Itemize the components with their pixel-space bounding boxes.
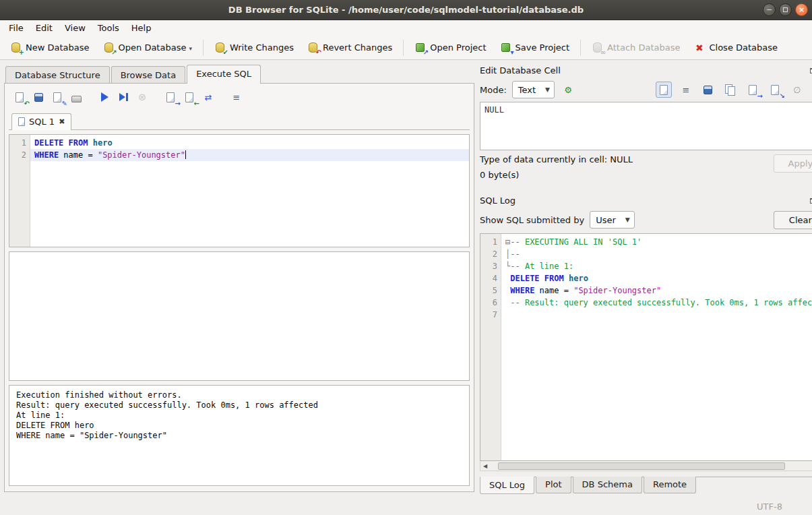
menu-edit[interactable]: Edit <box>30 21 59 35</box>
execution-messages: Execution finished without errors. Resul… <box>9 386 469 446</box>
sql-log-title: SQL Log <box>480 195 810 206</box>
main-content: Database Structure Browse Data Execute S… <box>0 60 812 497</box>
editor-code[interactable]: DELETE FROM heroWHERE name = "Spider-You… <box>30 135 469 247</box>
submitted-by-combo[interactable]: User ▼ <box>590 211 635 229</box>
open-project-icon: ↗ <box>414 42 426 53</box>
save-sql-icon[interactable] <box>30 89 46 105</box>
log-line-numbers: 1234567 <box>480 234 501 460</box>
sql-editor[interactable]: 12 DELETE FROM heroWHERE name = "Spider-… <box>9 134 470 247</box>
new-database-button[interactable]: + New Database <box>4 38 96 57</box>
cell-toolbar: ≡ → ↘ ∅ <box>656 82 812 98</box>
sql-file-icon <box>18 117 25 126</box>
text-document-icon[interactable] <box>656 82 672 98</box>
auto-mode-gear-icon[interactable]: ⚙ <box>560 82 576 98</box>
status-bar: UTF-8 <box>0 497 812 515</box>
cell-size-info: 0 byte(s) <box>480 170 774 180</box>
export-icon[interactable]: → <box>162 89 179 105</box>
clear-log-button[interactable]: Clear <box>774 211 812 229</box>
mode-value: Text <box>518 85 536 95</box>
open-project-button[interactable]: ↗ Open Project <box>408 38 492 57</box>
results-grid[interactable] <box>9 251 470 381</box>
copy-cell-icon[interactable] <box>722 82 739 98</box>
window-title: DB Browser for SQLite - /home/user/code/… <box>0 5 812 15</box>
main-toolbar: + New Database ↗ Open Database ▾ ✔ Write… <box>0 36 812 60</box>
tab-browse-data[interactable]: Browse Data <box>111 66 186 84</box>
execute-sql-panel: ↶ ✎ ⊗ → ← ⇄ ≡ SQL 1 <box>4 83 474 492</box>
print-icon[interactable] <box>68 89 84 105</box>
maximize-button[interactable] <box>779 3 792 16</box>
log-horizontal-scrollbar[interactable]: ◀ ▶ <box>480 461 812 471</box>
editor-line-numbers: 12 <box>9 135 30 247</box>
sql-tab-close-icon[interactable]: ✖ <box>59 117 65 126</box>
sql-log-filter-row: Show SQL submitted by User ▼ Clear <box>480 208 812 232</box>
set-null-icon: ∅ <box>789 82 805 98</box>
tab-sql-log[interactable]: SQL Log <box>480 477 534 494</box>
import-icon[interactable]: ← <box>181 89 197 105</box>
sql-toolbar: ↶ ✎ ⊗ → ← ⇄ ≡ <box>9 88 470 107</box>
revert-changes-button[interactable]: ↶ Revert Changes <box>301 38 398 57</box>
menu-file[interactable]: File <box>3 21 30 35</box>
stop-icon: ⊗ <box>134 89 150 105</box>
word-wrap-icon[interactable]: ≡ <box>678 82 694 98</box>
minimize-button[interactable]: − <box>763 3 776 16</box>
sql-log-view[interactable]: 1234567 ⊟-- EXECUTING ALL IN 'SQL 1'│--└… <box>480 233 812 461</box>
sql-tab[interactable]: SQL 1 ✖ <box>11 113 71 130</box>
attach-database-icon: ∞ <box>592 42 603 53</box>
submitted-by-value: User <box>596 215 616 225</box>
open-sql-icon[interactable]: ↶ <box>11 89 28 105</box>
save-cell-icon[interactable] <box>700 82 716 98</box>
cell-info-row: Type of data currently in cell: NULL 0 b… <box>480 150 812 188</box>
write-changes-icon: ✔ <box>214 42 226 53</box>
filter-label: Show SQL submitted by <box>480 215 584 225</box>
attach-database-button: ∞ Attach Database <box>586 38 686 57</box>
toolbar-separator <box>580 40 581 56</box>
cell-type-info: Type of data currently in cell: NULL <box>480 154 774 164</box>
toolbar-separator <box>203 40 204 56</box>
tab-execute-sql[interactable]: Execute SQL <box>187 65 261 84</box>
dock-tab-bar: SQL Log Plot DB Schema Remote <box>480 477 812 495</box>
menu-help[interactable]: Help <box>125 21 158 35</box>
open-database-button[interactable]: ↗ Open Database ▾ <box>97 38 198 57</box>
maximize-icon <box>783 7 788 12</box>
close-button[interactable]: × <box>795 3 808 16</box>
tab-db-schema[interactable]: DB Schema <box>573 477 642 493</box>
left-column: Database Structure Browse Data Execute S… <box>0 60 474 497</box>
cell-editor[interactable]: NULL <box>480 102 812 150</box>
execute-line-icon[interactable] <box>115 89 131 105</box>
tab-database-structure[interactable]: Database Structure <box>5 66 110 84</box>
save-project-icon: ▾ <box>500 42 511 53</box>
execute-sql-icon[interactable] <box>96 89 113 105</box>
edit-cell-title: Edit Database Cell <box>480 65 810 75</box>
messages-pane: Execution finished without errors. Resul… <box>9 385 470 486</box>
tab-remote[interactable]: Remote <box>644 477 696 493</box>
close-database-icon: ✖ <box>693 42 705 53</box>
cell-mode-row: Mode: Text ▼ ⚙ ≡ → ↘ ∅ <box>480 78 812 102</box>
revert-changes-icon: ↶ <box>307 42 319 53</box>
menu-tools[interactable]: Tools <box>92 21 125 35</box>
combo-arrow-icon: ▼ <box>625 216 630 223</box>
menu-bar: File Edit View Tools Help <box>0 20 812 36</box>
mode-label: Mode: <box>480 85 507 95</box>
new-database-icon: + <box>10 42 22 53</box>
app-window: DB Browser for SQLite - /home/user/code/… <box>0 0 812 515</box>
open-database-dropdown-icon[interactable]: ▾ <box>189 45 192 53</box>
save-sql-as-icon[interactable]: ✎ <box>49 89 65 105</box>
edit-cell-header: Edit Database Cell × <box>480 63 812 78</box>
import-cell-icon[interactable]: → <box>745 82 761 98</box>
sql-tab-bar: SQL 1 ✖ <box>9 111 470 130</box>
word-wrap-icon[interactable]: ≡ <box>228 89 245 105</box>
main-tab-bar: Database Structure Browse Data Execute S… <box>4 63 474 83</box>
mode-combo[interactable]: Text ▼ <box>512 81 555 98</box>
export-cell-icon[interactable]: ↘ <box>767 82 783 98</box>
close-database-button[interactable]: ✖ Close Database <box>687 38 784 57</box>
menu-view[interactable]: View <box>59 21 92 35</box>
toolbar-separator <box>403 40 404 56</box>
scrollbar-thumb[interactable] <box>498 462 785 470</box>
sql-tab-label: SQL 1 <box>29 117 55 127</box>
tab-plot[interactable]: Plot <box>536 477 571 493</box>
write-changes-button[interactable]: ✔ Write Changes <box>208 38 300 57</box>
save-project-button[interactable]: ▾ Save Project <box>494 38 576 57</box>
find-replace-icon[interactable]: ⇄ <box>200 89 216 105</box>
open-database-icon: ↗ <box>103 42 115 53</box>
scroll-left-icon[interactable]: ◀ <box>480 463 490 469</box>
